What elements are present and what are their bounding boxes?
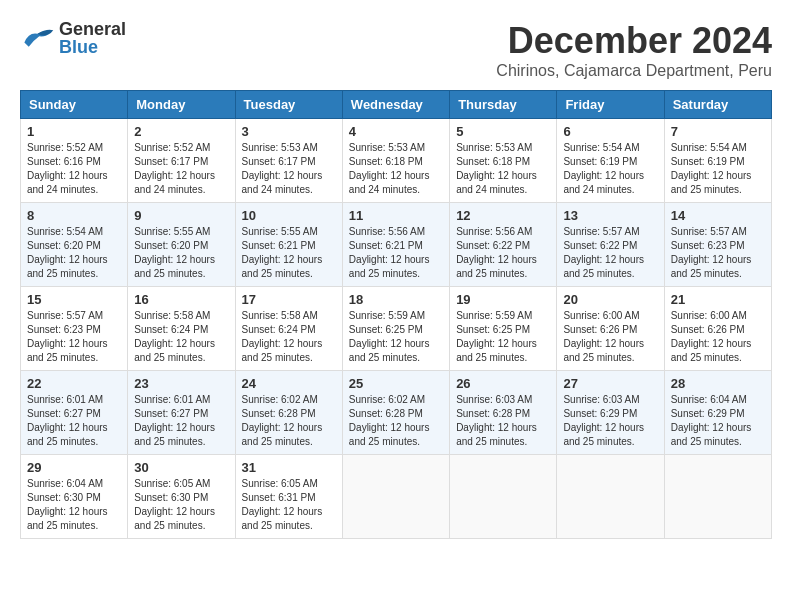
- calendar-day-header: Saturday: [664, 91, 771, 119]
- day-number: 9: [134, 208, 228, 223]
- day-info: Sunrise: 5:52 AMSunset: 6:17 PMDaylight:…: [134, 142, 215, 195]
- calendar-day-cell: 30 Sunrise: 6:05 AMSunset: 6:30 PMDaylig…: [128, 455, 235, 539]
- day-info: Sunrise: 6:02 AMSunset: 6:28 PMDaylight:…: [242, 394, 323, 447]
- calendar-day-cell: [342, 455, 449, 539]
- day-number: 17: [242, 292, 336, 307]
- calendar-day-header: Wednesday: [342, 91, 449, 119]
- calendar-week-row: 29 Sunrise: 6:04 AMSunset: 6:30 PMDaylig…: [21, 455, 772, 539]
- day-number: 11: [349, 208, 443, 223]
- day-number: 20: [563, 292, 657, 307]
- calendar-week-row: 22 Sunrise: 6:01 AMSunset: 6:27 PMDaylig…: [21, 371, 772, 455]
- calendar-day-cell: 11 Sunrise: 5:56 AMSunset: 6:21 PMDaylig…: [342, 203, 449, 287]
- day-info: Sunrise: 5:58 AMSunset: 6:24 PMDaylight:…: [134, 310, 215, 363]
- day-info: Sunrise: 6:05 AMSunset: 6:31 PMDaylight:…: [242, 478, 323, 531]
- day-info: Sunrise: 6:03 AMSunset: 6:29 PMDaylight:…: [563, 394, 644, 447]
- day-info: Sunrise: 5:57 AMSunset: 6:23 PMDaylight:…: [671, 226, 752, 279]
- day-number: 12: [456, 208, 550, 223]
- day-number: 26: [456, 376, 550, 391]
- calendar-day-header: Thursday: [450, 91, 557, 119]
- calendar-day-header: Tuesday: [235, 91, 342, 119]
- day-info: Sunrise: 5:58 AMSunset: 6:24 PMDaylight:…: [242, 310, 323, 363]
- day-number: 31: [242, 460, 336, 475]
- day-number: 2: [134, 124, 228, 139]
- day-info: Sunrise: 6:01 AMSunset: 6:27 PMDaylight:…: [134, 394, 215, 447]
- day-info: Sunrise: 6:04 AMSunset: 6:30 PMDaylight:…: [27, 478, 108, 531]
- day-number: 30: [134, 460, 228, 475]
- calendar-header-row: SundayMondayTuesdayWednesdayThursdayFrid…: [21, 91, 772, 119]
- day-number: 3: [242, 124, 336, 139]
- day-number: 16: [134, 292, 228, 307]
- day-number: 18: [349, 292, 443, 307]
- calendar-day-cell: 17 Sunrise: 5:58 AMSunset: 6:24 PMDaylig…: [235, 287, 342, 371]
- calendar-day-header: Sunday: [21, 91, 128, 119]
- calendar-day-cell: 3 Sunrise: 5:53 AMSunset: 6:17 PMDayligh…: [235, 119, 342, 203]
- day-number: 7: [671, 124, 765, 139]
- calendar-day-cell: 9 Sunrise: 5:55 AMSunset: 6:20 PMDayligh…: [128, 203, 235, 287]
- logo-bird-icon: [20, 24, 55, 52]
- calendar-day-header: Monday: [128, 91, 235, 119]
- day-info: Sunrise: 5:57 AMSunset: 6:23 PMDaylight:…: [27, 310, 108, 363]
- day-info: Sunrise: 5:57 AMSunset: 6:22 PMDaylight:…: [563, 226, 644, 279]
- calendar-week-row: 8 Sunrise: 5:54 AMSunset: 6:20 PMDayligh…: [21, 203, 772, 287]
- calendar-day-cell: 25 Sunrise: 6:02 AMSunset: 6:28 PMDaylig…: [342, 371, 449, 455]
- title-block: December 2024 Chirinos, Cajamarca Depart…: [496, 20, 772, 80]
- day-info: Sunrise: 5:55 AMSunset: 6:21 PMDaylight:…: [242, 226, 323, 279]
- day-number: 27: [563, 376, 657, 391]
- day-info: Sunrise: 5:53 AMSunset: 6:18 PMDaylight:…: [349, 142, 430, 195]
- day-number: 14: [671, 208, 765, 223]
- calendar-week-row: 15 Sunrise: 5:57 AMSunset: 6:23 PMDaylig…: [21, 287, 772, 371]
- logo: General Blue: [20, 20, 126, 56]
- calendar-day-header: Friday: [557, 91, 664, 119]
- day-info: Sunrise: 5:56 AMSunset: 6:22 PMDaylight:…: [456, 226, 537, 279]
- day-number: 4: [349, 124, 443, 139]
- day-info: Sunrise: 5:54 AMSunset: 6:19 PMDaylight:…: [671, 142, 752, 195]
- day-number: 21: [671, 292, 765, 307]
- day-number: 24: [242, 376, 336, 391]
- day-info: Sunrise: 6:04 AMSunset: 6:29 PMDaylight:…: [671, 394, 752, 447]
- day-number: 10: [242, 208, 336, 223]
- day-info: Sunrise: 6:00 AMSunset: 6:26 PMDaylight:…: [563, 310, 644, 363]
- page-subtitle: Chirinos, Cajamarca Department, Peru: [496, 62, 772, 80]
- calendar-day-cell: 28 Sunrise: 6:04 AMSunset: 6:29 PMDaylig…: [664, 371, 771, 455]
- day-info: Sunrise: 5:53 AMSunset: 6:18 PMDaylight:…: [456, 142, 537, 195]
- day-info: Sunrise: 5:56 AMSunset: 6:21 PMDaylight:…: [349, 226, 430, 279]
- day-number: 29: [27, 460, 121, 475]
- calendar-day-cell: 29 Sunrise: 6:04 AMSunset: 6:30 PMDaylig…: [21, 455, 128, 539]
- calendar-day-cell: 16 Sunrise: 5:58 AMSunset: 6:24 PMDaylig…: [128, 287, 235, 371]
- day-number: 6: [563, 124, 657, 139]
- calendar-day-cell: 21 Sunrise: 6:00 AMSunset: 6:26 PMDaylig…: [664, 287, 771, 371]
- calendar-day-cell: [557, 455, 664, 539]
- day-number: 1: [27, 124, 121, 139]
- calendar-week-row: 1 Sunrise: 5:52 AMSunset: 6:16 PMDayligh…: [21, 119, 772, 203]
- day-info: Sunrise: 6:02 AMSunset: 6:28 PMDaylight:…: [349, 394, 430, 447]
- page-header: General Blue December 2024 Chirinos, Caj…: [20, 20, 772, 80]
- day-number: 19: [456, 292, 550, 307]
- calendar-day-cell: 6 Sunrise: 5:54 AMSunset: 6:19 PMDayligh…: [557, 119, 664, 203]
- calendar-day-cell: 15 Sunrise: 5:57 AMSunset: 6:23 PMDaylig…: [21, 287, 128, 371]
- calendar-day-cell: [450, 455, 557, 539]
- day-info: Sunrise: 5:52 AMSunset: 6:16 PMDaylight:…: [27, 142, 108, 195]
- calendar-day-cell: 4 Sunrise: 5:53 AMSunset: 6:18 PMDayligh…: [342, 119, 449, 203]
- day-number: 5: [456, 124, 550, 139]
- calendar-day-cell: 10 Sunrise: 5:55 AMSunset: 6:21 PMDaylig…: [235, 203, 342, 287]
- day-info: Sunrise: 6:00 AMSunset: 6:26 PMDaylight:…: [671, 310, 752, 363]
- day-number: 15: [27, 292, 121, 307]
- logo-blue-text: Blue: [59, 38, 126, 56]
- calendar-day-cell: 27 Sunrise: 6:03 AMSunset: 6:29 PMDaylig…: [557, 371, 664, 455]
- calendar-day-cell: 22 Sunrise: 6:01 AMSunset: 6:27 PMDaylig…: [21, 371, 128, 455]
- calendar-day-cell: 5 Sunrise: 5:53 AMSunset: 6:18 PMDayligh…: [450, 119, 557, 203]
- day-info: Sunrise: 5:59 AMSunset: 6:25 PMDaylight:…: [456, 310, 537, 363]
- calendar-day-cell: [664, 455, 771, 539]
- calendar-day-cell: 31 Sunrise: 6:05 AMSunset: 6:31 PMDaylig…: [235, 455, 342, 539]
- day-info: Sunrise: 6:05 AMSunset: 6:30 PMDaylight:…: [134, 478, 215, 531]
- day-number: 28: [671, 376, 765, 391]
- calendar-day-cell: 8 Sunrise: 5:54 AMSunset: 6:20 PMDayligh…: [21, 203, 128, 287]
- calendar-day-cell: 24 Sunrise: 6:02 AMSunset: 6:28 PMDaylig…: [235, 371, 342, 455]
- calendar-day-cell: 26 Sunrise: 6:03 AMSunset: 6:28 PMDaylig…: [450, 371, 557, 455]
- calendar-day-cell: 2 Sunrise: 5:52 AMSunset: 6:17 PMDayligh…: [128, 119, 235, 203]
- calendar-day-cell: 18 Sunrise: 5:59 AMSunset: 6:25 PMDaylig…: [342, 287, 449, 371]
- day-number: 8: [27, 208, 121, 223]
- calendar-day-cell: 12 Sunrise: 5:56 AMSunset: 6:22 PMDaylig…: [450, 203, 557, 287]
- calendar-day-cell: 19 Sunrise: 5:59 AMSunset: 6:25 PMDaylig…: [450, 287, 557, 371]
- calendar-day-cell: 13 Sunrise: 5:57 AMSunset: 6:22 PMDaylig…: [557, 203, 664, 287]
